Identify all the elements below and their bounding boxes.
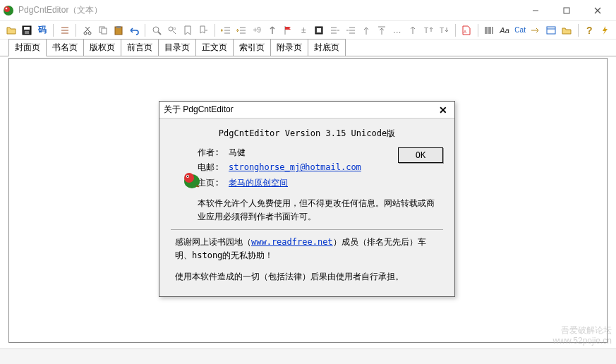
separator <box>171 229 443 230</box>
copy-icon[interactable] <box>96 23 109 37</box>
separator <box>145 24 145 37</box>
indent-left-icon[interactable] <box>328 23 342 37</box>
tab-title[interactable]: 书名页 <box>46 39 84 56</box>
up-arrow2-icon[interactable] <box>406 23 419 37</box>
tab-body[interactable]: 正文页 <box>195 39 234 56</box>
flag-icon[interactable] <box>282 23 295 37</box>
up-arrow-icon[interactable] <box>266 23 279 37</box>
toolbar: 码 b +9 ± … T T A Aa Cat ? <box>0 21 616 40</box>
app-icon-large <box>182 170 202 190</box>
dots-icon[interactable]: … <box>390 23 404 37</box>
svg-point-13 <box>84 32 87 35</box>
about-dialog: 关于 PdgCntEditor ✕ PdgCntEditor Version 3… <box>159 101 455 297</box>
barcode-icon[interactable] <box>482 23 495 37</box>
cat-icon[interactable]: Cat <box>514 23 527 37</box>
svg-point-54 <box>187 176 188 177</box>
window-icon[interactable] <box>545 23 558 37</box>
app-icon <box>3 5 14 16</box>
dialog-close-button[interactable]: ✕ <box>436 103 450 117</box>
save-icon[interactable] <box>20 23 33 37</box>
window-title: PdgCntEditor（文本） <box>18 4 520 16</box>
readfree-link[interactable]: www.readfree.net <box>251 237 333 247</box>
font-icon[interactable]: Aa <box>498 23 512 37</box>
lightning-icon[interactable] <box>598 23 612 37</box>
list-icon[interactable] <box>58 23 71 37</box>
to-top-icon[interactable] <box>375 23 388 37</box>
bookmark-nav-icon[interactable] <box>197 23 210 37</box>
plus9-icon[interactable]: +9 <box>250 23 264 37</box>
arrow-icon[interactable] <box>529 23 543 37</box>
separator <box>455 24 456 37</box>
svg-line-22 <box>158 32 161 35</box>
svg-rect-4 <box>564 8 569 13</box>
code-icon[interactable]: 码 <box>35 23 49 37</box>
open-icon[interactable] <box>4 23 18 37</box>
svg-rect-8 <box>24 27 30 30</box>
indent-right-icon[interactable] <box>344 23 357 37</box>
svg-rect-18 <box>102 28 107 34</box>
outdent-icon[interactable] <box>219 23 233 37</box>
svg-point-21 <box>153 27 159 32</box>
svg-point-14 <box>88 32 91 35</box>
dialog-heading: PdgCntEditor Version 3.15 Unicode版 <box>171 127 443 140</box>
tab-toc[interactable]: 目录页 <box>158 39 196 56</box>
text-down-icon[interactable]: T <box>437 23 450 37</box>
home-link[interactable]: 老马的原创空间 <box>229 176 288 190</box>
rect-icon[interactable] <box>313 23 326 37</box>
move-up-icon[interactable] <box>359 23 373 37</box>
svg-text:A: A <box>464 30 466 34</box>
indent-icon[interactable] <box>235 23 248 37</box>
tab-bar: 封面页 书名页 版权页 前言页 目录页 正文页 索引页 附录页 封底页 <box>0 40 616 56</box>
tab-back[interactable]: 封底页 <box>308 39 346 56</box>
svg-text:T: T <box>440 27 444 35</box>
tab-appendix[interactable]: 附录页 <box>270 39 308 56</box>
ok-button[interactable]: OK <box>398 147 443 163</box>
pdf-icon[interactable]: A <box>459 23 473 37</box>
tab-index[interactable]: 索引页 <box>233 39 271 56</box>
svg-point-52 <box>184 173 194 183</box>
close-button[interactable] <box>582 1 613 20</box>
separator <box>76 24 76 37</box>
home-label: 主页: <box>198 176 229 190</box>
bookmark-icon[interactable] <box>181 23 194 37</box>
plusminus-icon[interactable]: ± <box>297 23 310 37</box>
undo-icon[interactable] <box>127 23 140 37</box>
separator <box>478 24 478 37</box>
tab-cover[interactable]: 封面页 <box>8 39 47 56</box>
minimize-button[interactable] <box>520 1 551 20</box>
separator <box>578 24 579 37</box>
disclaimer-text: 使用本软件造成的一切（包括法律）后果由使用者自行承担。 <box>175 270 439 284</box>
license-text: 本软件允许个人免费使用，但不得更改任何信息。网站转载或商业应用必须得到作者书面许… <box>198 197 439 224</box>
tab-copyright[interactable]: 版权页 <box>83 39 121 56</box>
separator <box>53 24 54 37</box>
author-value: 马健 <box>229 146 246 159</box>
svg-text:T: T <box>424 27 428 35</box>
svg-point-2 <box>6 7 8 9</box>
window-controls <box>520 1 613 20</box>
status-bar <box>0 348 616 364</box>
email-label: 电邮: <box>198 161 229 174</box>
help-icon[interactable]: ? <box>583 23 596 37</box>
folder-icon[interactable] <box>560 23 574 37</box>
svg-point-1 <box>4 6 10 12</box>
text-up-icon[interactable]: T <box>421 23 435 37</box>
svg-rect-9 <box>25 31 29 34</box>
tab-preface[interactable]: 前言页 <box>121 39 159 56</box>
svg-text:b: b <box>174 26 176 30</box>
separator <box>215 24 215 37</box>
svg-rect-33 <box>317 28 321 32</box>
replace-icon[interactable]: b <box>165 23 179 37</box>
thanks-text: 感谢网上读书园地（www.readfree.net）成员（排名无先后）车明、hs… <box>175 236 439 262</box>
svg-point-23 <box>169 27 173 31</box>
dialog-titlebar: 关于 PdgCntEditor ✕ <box>159 102 454 119</box>
maximize-button[interactable] <box>551 1 582 20</box>
titlebar: PdgCntEditor（文本） <box>0 0 616 21</box>
find-icon[interactable] <box>150 23 163 37</box>
svg-rect-49 <box>547 27 555 34</box>
cut-icon[interactable] <box>80 23 94 37</box>
dialog-title: 关于 PdgCntEditor <box>164 104 436 116</box>
paste-icon[interactable] <box>111 23 125 37</box>
author-label: 作者: <box>198 146 229 159</box>
svg-rect-20 <box>116 26 121 28</box>
email-link[interactable]: stronghorse_mj@hotmail.com <box>229 161 361 174</box>
